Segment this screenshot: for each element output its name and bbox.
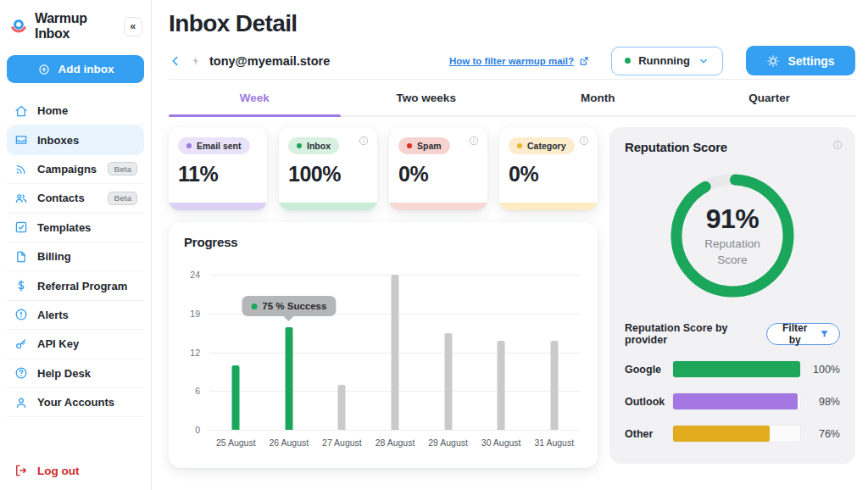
stat-value: 0% [509, 162, 588, 187]
settings-button[interactable]: Settings [746, 46, 855, 75]
stat-card-email-sent: Email sent11% [169, 127, 267, 210]
info-icon[interactable] [468, 135, 480, 147]
sidebar-collapse-button[interactable]: « [124, 17, 142, 36]
stat-color-strip [389, 203, 487, 210]
home-icon [14, 103, 29, 119]
content-row: Email sent11%Inbox100%Spam0%Category0% P… [169, 127, 855, 468]
logout-icon [14, 463, 29, 478]
main-content: Inbox Detail tony@myemail.store How to f… [152, 0, 868, 490]
billing-icon [14, 249, 29, 264]
stat-pill: Spam [398, 137, 450, 154]
chart-bar-31-august[interactable] [550, 341, 558, 430]
y-axis-tick: 24 [190, 270, 200, 280]
sidebar-item-alerts[interactable]: Alerts [7, 301, 144, 330]
progress-card: Progress 0612192425 August26 August75 % … [169, 222, 598, 468]
tab-month[interactable]: Month [512, 80, 684, 115]
x-axis-label: 25 August [216, 437, 256, 448]
chart-bar-30-august[interactable] [498, 341, 505, 430]
alerts-icon [14, 307, 29, 322]
chart-bar-25-august[interactable] [232, 365, 240, 430]
tab-two-weeks[interactable]: Two weeks [341, 80, 513, 115]
filter-by-button[interactable]: Filter by [766, 323, 840, 345]
provider-percent: 98% [808, 396, 840, 408]
tab-quarter[interactable]: Quarter [684, 80, 856, 115]
provider-row-google: Google100% [625, 360, 840, 378]
sidebar-item-contacts[interactable]: ContactsBeta [7, 184, 144, 213]
chart-bar-27-august[interactable] [338, 385, 346, 430]
filter-funnel-icon [819, 328, 830, 340]
sidebar-item-api-key[interactable]: API Key [7, 330, 144, 359]
provider-bars: Google100%Outlook98%Other76% [625, 360, 840, 443]
help-icon [14, 365, 29, 381]
chart-slot: 29 August [421, 275, 475, 430]
chart-bar-26-august[interactable] [285, 327, 292, 430]
sidebar-item-home[interactable]: Home [7, 97, 144, 125]
tab-week[interactable]: Week [169, 80, 341, 115]
chart-slot: 27 August [315, 275, 369, 430]
settings-label: Settings [787, 54, 834, 68]
sidebar-item-your-accounts[interactable]: Your Accounts [7, 388, 144, 417]
stat-dot-icon [407, 143, 412, 148]
chart-slot: 30 August [475, 275, 528, 430]
sidebar-item-help-desk[interactable]: Help Desk [7, 359, 144, 388]
help-link[interactable]: How to filter warmup mail? [449, 55, 590, 67]
y-axis-tick: 19 [190, 309, 200, 319]
add-inbox-button[interactable]: Add inbox [7, 55, 144, 83]
provider-bar-fill [673, 426, 770, 442]
status-dropdown[interactable]: Runnning [611, 47, 723, 75]
contacts-icon [14, 191, 29, 206]
x-axis-label: 29 August [428, 437, 468, 448]
sidebar-item-label: Help Desk [37, 367, 91, 380]
stat-cards-row: Email sent11%Inbox100%Spam0%Category0% [169, 127, 598, 210]
sidebar-item-billing[interactable]: Billing [7, 242, 144, 271]
sidebar-item-inboxes[interactable]: Inboxes [7, 125, 144, 154]
donut-center: 91% Reputation Score [665, 168, 800, 303]
sidebar-item-label: Inboxes [37, 134, 79, 147]
sidebar-item-label: Alerts [37, 309, 69, 321]
sidebar-item-campaigns[interactable]: CampaignsBeta [7, 155, 144, 184]
sidebar-item-label: Home [37, 104, 68, 117]
provider-row-other: Other76% [625, 425, 840, 443]
info-icon[interactable] [358, 135, 370, 147]
reputation-score-value: 91% [706, 203, 760, 235]
info-icon[interactable] [578, 135, 590, 147]
sidebar-nav: HomeInboxesCampaignsBetaContactsBetaTemp… [7, 97, 144, 417]
stat-label: Spam [417, 141, 442, 151]
provider-name: Google [625, 364, 665, 376]
sidebar-item-label: Billing [37, 250, 71, 263]
sidebar-item-label: Contacts [37, 192, 85, 204]
provider-bar-track [672, 360, 801, 378]
add-inbox-label: Add inbox [58, 63, 114, 75]
beta-badge: Beta [108, 192, 137, 205]
provider-header: Reputation Score by provider Filter by [625, 322, 840, 346]
provider-row-outlook: Outlook98% [625, 393, 840, 410]
stat-color-strip [279, 203, 377, 210]
referral-icon [14, 278, 29, 293]
sidebar-item-label: Campaigns [37, 163, 97, 175]
stat-label: Category [527, 141, 566, 151]
status-dot-icon [625, 58, 631, 64]
provider-percent: 100% [808, 364, 840, 376]
back-chevron-icon[interactable] [169, 54, 182, 68]
sidebar: Warmup Inbox « Add inbox HomeInboxesCamp… [0, 0, 152, 490]
stat-value: 0% [398, 162, 478, 187]
stat-dot-icon [517, 143, 522, 148]
provider-name: Outlook [625, 396, 665, 408]
logout-button[interactable]: Log out [7, 463, 144, 478]
chart-bar-28-august[interactable] [392, 275, 399, 430]
info-icon[interactable] [832, 139, 843, 151]
chart-bar-29-august[interactable] [444, 333, 452, 430]
y-axis-tick: 12 [190, 348, 200, 358]
sidebar-item-templates[interactable]: Templates [7, 214, 144, 242]
api-key-icon [14, 337, 29, 352]
sidebar-item-referral-program[interactable]: Referral Program [7, 271, 144, 300]
chart-slot: 31 August [527, 275, 581, 430]
progress-title: Progress [184, 235, 582, 249]
chart-slot: 26 August75 % Success [263, 275, 316, 430]
warmup-inbox-logo-icon [8, 16, 29, 36]
stat-label: Email sent [197, 141, 242, 151]
filter-by-label: Filter by [776, 322, 814, 346]
plus-circle-icon [37, 63, 51, 76]
campaigns-icon [14, 161, 29, 176]
stat-color-strip [499, 203, 598, 210]
